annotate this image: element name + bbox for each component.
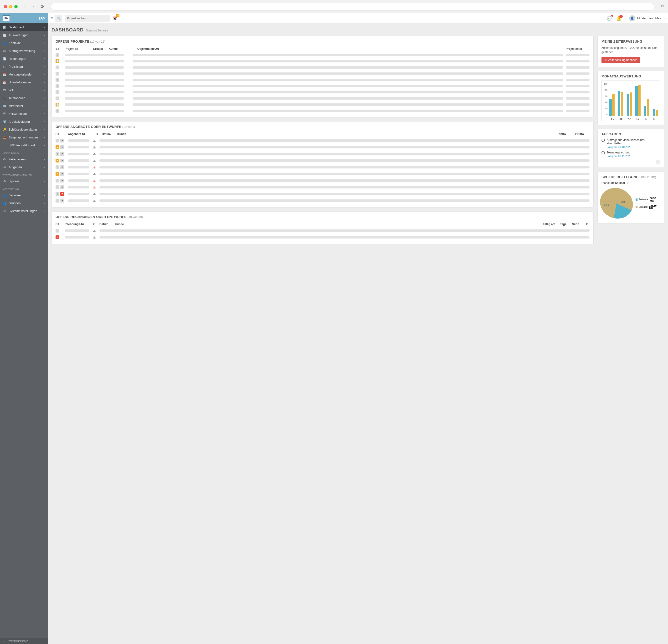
back-button[interactable]: ← (24, 4, 28, 9)
sidebar-item-dashboard[interactable]: 📊Dashboard› (0, 23, 48, 31)
task-radio[interactable] (602, 139, 605, 142)
table-row[interactable]: ○ ⚑ 🖶 (56, 184, 590, 191)
bar (618, 91, 620, 116)
sidebar-footer[interactable]: ⓘ Lizenzinformationen (0, 638, 48, 644)
close-window-button[interactable] (4, 5, 7, 8)
status-icon: ○ (56, 65, 59, 69)
table-row[interactable]: ○ (56, 95, 590, 101)
table-row[interactable]: ○ ⚑ 🖶 (56, 151, 590, 157)
sidebar-item-urlaubskalender[interactable]: 📆Urlaubskalender› (0, 78, 48, 86)
table-row[interactable]: ○ ⚑ 🖶 (56, 191, 590, 197)
refresh-icon[interactable]: ⟳ (626, 181, 629, 185)
task-due: Fällig am 31.10.2020 (607, 145, 660, 148)
sidebar-item-system[interactable]: ⚙System› (0, 177, 48, 185)
sidebar-item-rechnungen[interactable]: 📄Rechnungen› (0, 55, 48, 63)
sidebar-icon: 🔑 (3, 128, 6, 131)
user-menu[interactable]: 👤 Mustermann Max ▼ (625, 15, 665, 21)
task-item[interactable]: Aufträge für Monatsabschluss abschließen… (602, 138, 660, 148)
print-icon: 🖶 (93, 186, 96, 189)
clock-notification-button[interactable]: 🕘 (607, 16, 612, 21)
task-item[interactable]: Teambesprechung Fällig am 03.11.2020 (602, 151, 660, 157)
sidebar-item-montagekalender[interactable]: 📅Montagekalender› (0, 70, 48, 78)
chevron-right-icon: › (44, 34, 45, 36)
x-axis-label: BU (608, 117, 617, 120)
print-icon: 🖶 (93, 146, 96, 149)
address-bar[interactable] (51, 3, 654, 11)
sidebar-item-telefonbuch[interactable]: 📞Telefonbuch› (0, 94, 48, 102)
table-row[interactable]: ● ⚑ 🖶 (56, 171, 590, 177)
sidebar-item-preislisten[interactable]: 🏷Preislisten› (0, 63, 48, 70)
x-axis-label: HA (625, 117, 634, 120)
sidebar-item-arbeitskleidung[interactable]: 👕Arbeitskleidung› (0, 118, 48, 126)
sidebar-item-systemeinstellungen[interactable]: ⚙Systemeinstellungen› (0, 207, 48, 215)
sidebar-item-zeitwirtschaft[interactable]: ⏱Zeitwirtschaft› (0, 110, 48, 118)
menu-toggle-button[interactable]: ≡ (50, 16, 53, 20)
ze-calendar-button[interactable]: 📅 ZE (112, 16, 118, 21)
chevron-right-icon: › (44, 65, 45, 68)
table-row[interactable]: ○ (56, 52, 590, 58)
sidebar-item-auswertungen[interactable]: 📈Auswertungen› (0, 31, 48, 39)
table-row[interactable]: ○ ⚑ 🖶 (56, 137, 590, 144)
bar-group (652, 109, 659, 116)
sidebar-item-label: Dashboard (9, 26, 24, 29)
maximize-window-button[interactable] (14, 5, 18, 8)
table-row[interactable]: ○ (56, 108, 590, 114)
flag-icon: ⚑ (60, 172, 64, 176)
table-row[interactable]: ● ⚑ 🖶 (56, 144, 590, 151)
reload-button[interactable]: ⟳ (41, 4, 44, 9)
status-icon: ○ (56, 229, 59, 233)
bell-notification-button[interactable]: 🔔 2 (616, 16, 621, 21)
flag-icon: ⚑ (60, 159, 64, 162)
sidebar-item-label: Zeiterfassung (9, 157, 27, 161)
chevron-right-icon: › (44, 128, 45, 131)
flag-icon: ⚑ (60, 199, 64, 203)
tabs-icon[interactable]: ⧉ (661, 4, 664, 9)
table-row[interactable]: 📄 (56, 58, 590, 64)
sidebar-item-benutzer[interactable]: 👤Benutzer› (0, 191, 48, 199)
info-icon: ⓘ (3, 639, 5, 643)
forward-button[interactable]: → (30, 4, 35, 9)
print-icon: 🖶 (93, 153, 96, 156)
task-radio[interactable] (602, 151, 605, 154)
table-row[interactable]: ○ 🖶 (56, 227, 590, 234)
sidebar-item-eingangsrechnungen[interactable]: 📥Eingangsrechnungen› (0, 133, 48, 141)
table-row[interactable]: ○ (56, 89, 590, 95)
table-row[interactable]: 📄 (56, 101, 590, 108)
chevron-down-icon: ▼ (663, 17, 665, 19)
sidebar-item-label: Schlüsselverwaltung (9, 128, 37, 131)
search-input[interactable] (65, 15, 110, 22)
table-row[interactable]: ● ⚑ 🖶 (56, 157, 590, 164)
sidebar-item-aufgaben[interactable]: ☑Aufgaben› (0, 163, 48, 171)
browser-chrome: ← → ⟳ ⧉ (0, 0, 668, 13)
table-row[interactable]: ! 🖶 (56, 234, 590, 241)
table-row[interactable]: ○ ⚑ 🖶 (56, 164, 590, 171)
table-row[interactable]: ○ (56, 64, 590, 70)
minimize-window-button[interactable] (9, 5, 12, 8)
panel-title: SPEICHERBELEGUNG (602, 175, 639, 179)
sidebar-item-mitarbeiter[interactable]: 🪪Mitarbeiter› (0, 102, 48, 110)
table-row[interactable]: ○ ⚑ 🖶 (56, 197, 590, 204)
table-row[interactable]: ○ (56, 83, 590, 89)
sidebar-item-gruppen[interactable]: 👥Gruppen› (0, 199, 48, 207)
sidebar-item-kontakte[interactable]: 👤Kontakte› (0, 39, 48, 47)
table-row[interactable]: ○ ⚑ 🖶 (56, 177, 590, 184)
table-row[interactable]: ○ (56, 70, 590, 77)
chevron-right-icon: › (44, 89, 45, 92)
storage-date: Stand: 30.12.2020 ⟳ (602, 181, 660, 185)
sidebar-icon: 📆 (3, 81, 6, 84)
table-row[interactable]: ○ (56, 77, 590, 83)
sidebar-item-bmd-import-export[interactable]: ⇄BMD Import/Export› (0, 141, 48, 149)
sidebar-item-auftragsverwaltung[interactable]: 🗂Auftragsverwaltung› (0, 47, 48, 55)
table-header: ST Rechnungs-Nr G Datum Kunde Fällig am … (56, 221, 590, 227)
brand-text: ERP (39, 17, 45, 20)
zeiterfassung-beenden-button[interactable]: ⊘ Zeiterfassung beenden (602, 57, 640, 63)
bar (656, 110, 658, 116)
sidebar-icon: W (3, 89, 6, 92)
sidebar-item-zeiterfassung[interactable]: ⏲Zeiterfassung› (0, 155, 48, 163)
sidebar-item-label: Rechnungen (9, 57, 26, 61)
sidebar-item-schl-sselverwaltung[interactable]: 🔑Schlüsselverwaltung› (0, 126, 48, 133)
add-task-button[interactable]: + (656, 160, 660, 164)
status-icon: ● (56, 172, 59, 176)
search-zoom-button[interactable]: 🔍 (55, 15, 62, 22)
sidebar-item-wiki[interactable]: WWiki› (0, 86, 48, 94)
